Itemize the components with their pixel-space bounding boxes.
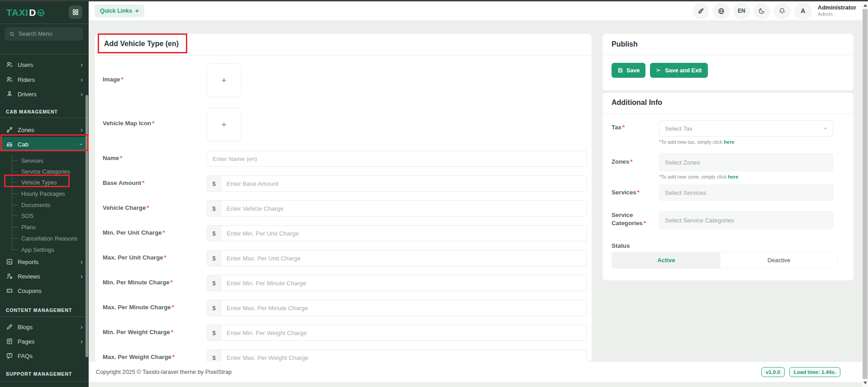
status-option-deactive[interactable]: Deactive xyxy=(721,252,837,268)
chevron-down-icon: › xyxy=(823,127,830,130)
avatar[interactable]: A xyxy=(794,2,812,20)
avatar-initial: A xyxy=(801,7,805,14)
field-label-tax: Tax* xyxy=(612,123,657,132)
chevron-right-icon: › xyxy=(81,61,83,68)
logo-text-primary: TAXI xyxy=(6,7,28,18)
cab-icon xyxy=(6,141,13,148)
sidebar-subitem-service-categories[interactable]: Service Categories xyxy=(0,166,89,177)
moon-icon xyxy=(758,7,765,14)
field-label-zones: Zones* xyxy=(612,158,657,166)
tax-helper-text: *To add new tax, simply click here xyxy=(659,139,734,145)
sidebar-scrollbar-thumb[interactable] xyxy=(85,95,88,357)
language-button[interactable]: EN xyxy=(733,3,750,19)
status-option-active[interactable]: Active xyxy=(612,252,721,268)
pages-icon xyxy=(6,338,13,345)
sidebar-item-zones[interactable]: Zones › xyxy=(0,123,89,137)
arrow-left-to-line-icon xyxy=(656,67,662,73)
sidebar-item-reports[interactable]: Reports › xyxy=(0,255,89,269)
section-title-content-management: CONTENT MANAGEMENT xyxy=(6,307,72,313)
sidebar-item-riders[interactable]: Riders › xyxy=(0,72,89,87)
customizer-button[interactable] xyxy=(693,3,709,19)
tax-select-placeholder: Select Tax xyxy=(665,125,693,132)
sidebar-subitem-documents[interactable]: Documents xyxy=(0,199,89,211)
field-label-base-amount: Base Amount* xyxy=(103,179,144,186)
sidebar-subitem-hourly-packages[interactable]: Hourly Packages xyxy=(0,188,89,199)
add-tax-link[interactable]: here xyxy=(724,139,734,145)
sidebar-item-label: Pages xyxy=(18,338,34,345)
scrollbar-thumb[interactable] xyxy=(863,9,868,379)
steering-wheel-icon xyxy=(37,9,45,17)
min-per-unit-charge-input[interactable] xyxy=(221,226,587,241)
scroll-down-arrow[interactable] xyxy=(863,382,867,384)
image-upload-box[interactable]: + xyxy=(207,63,241,97)
sidebar-item-cab[interactable]: Cab › xyxy=(0,137,89,151)
subitem-label: Plans xyxy=(21,224,36,231)
app-logo[interactable]: TAXID xyxy=(6,5,45,20)
max-per-minute-charge-input[interactable] xyxy=(221,300,587,316)
max-per-unit-charge-input[interactable] xyxy=(221,250,587,266)
zones-select[interactable]: Select Zones xyxy=(659,153,833,171)
add-zone-link[interactable]: here xyxy=(728,174,738,179)
save-and-exit-button[interactable]: Save and Exit xyxy=(650,63,707,78)
sidebar-divider xyxy=(0,381,89,382)
sidebar-subitem-app-settings[interactable]: App Settings xyxy=(0,244,89,255)
min-per-minute-charge-field: $ xyxy=(207,275,587,291)
sidebar-item-label: Coupons xyxy=(18,288,42,294)
reports-icon xyxy=(6,258,13,265)
sidebar-item-reviews[interactable]: Reviews › xyxy=(0,269,89,283)
sidebar-subitem-services[interactable]: Services xyxy=(0,155,89,166)
sidebar-subitem-vehicle-types[interactable]: Vehicle Types xyxy=(0,177,89,188)
service-categories-select[interactable]: Select Service Categories xyxy=(659,211,833,229)
status-toggle: Active Deactive xyxy=(612,252,838,269)
sidebar-item-pages[interactable]: Pages › xyxy=(0,334,89,349)
scroll-up-arrow[interactable] xyxy=(863,4,867,7)
field-label-service-categories: Service Categories* xyxy=(612,211,652,227)
copyright-text: Copyright 2025 © Taxido-laravel theme by… xyxy=(96,368,232,375)
zones-select-placeholder: Select Zones xyxy=(665,159,700,166)
sidebar-item-drivers[interactable]: Drivers › xyxy=(0,87,89,101)
max-per-weight-charge-input[interactable] xyxy=(221,350,587,362)
vehicle-charge-input[interactable] xyxy=(221,201,587,216)
chevron-right-icon: › xyxy=(81,127,83,133)
sidebar-subitem-cancellation-reasons[interactable]: Cancellation Reasons xyxy=(0,233,89,244)
name-input[interactable] xyxy=(207,151,587,166)
window-scrollbar[interactable] xyxy=(862,1,868,387)
min-per-minute-charge-input[interactable] xyxy=(221,275,587,291)
chevron-right-icon: › xyxy=(81,76,83,83)
sidebar-item-users[interactable]: Users › xyxy=(0,57,89,72)
language-code: EN xyxy=(738,8,745,14)
field-label-min-per-minute-charge: Min. Per Minute Charge* xyxy=(103,279,173,286)
sidebar-collapse-button[interactable] xyxy=(69,5,82,19)
sidebar-item-label: Reports xyxy=(18,259,38,265)
coupons-icon xyxy=(6,287,13,294)
sidebar-subitem-plans[interactable]: Plans xyxy=(0,222,89,233)
quick-links-button[interactable]: Quick Links + xyxy=(95,5,144,17)
vehicle-map-icon-upload-box[interactable]: + xyxy=(207,108,241,142)
services-select-placeholder: Select Services xyxy=(665,189,707,196)
sidebar-item-blogs[interactable]: Blogs › xyxy=(0,320,89,334)
card-divider xyxy=(95,55,592,56)
min-per-weight-charge-input[interactable] xyxy=(221,325,587,340)
field-label-max-per-unit-charge: Max. Per Unit Charge* xyxy=(103,254,166,261)
max-per-minute-charge-field: $ xyxy=(207,300,587,316)
dark-mode-button[interactable] xyxy=(754,3,770,19)
min-per-weight-charge-field: $ xyxy=(207,325,587,341)
services-select[interactable]: Select Services xyxy=(659,184,833,201)
card-divider xyxy=(602,55,854,55)
sidebar-item-faqs[interactable]: FAQs xyxy=(0,349,89,363)
search-placeholder: Search Menu xyxy=(19,31,52,37)
status-active-label: Active xyxy=(657,257,675,264)
sidebar-subitem-sos[interactable]: SOS xyxy=(0,210,89,222)
tax-select[interactable]: Select Tax › xyxy=(659,120,833,137)
language-globe-button[interactable] xyxy=(713,3,730,19)
subitem-label: Service Categories xyxy=(21,168,70,175)
base-amount-input[interactable] xyxy=(221,176,587,191)
plus-icon: + xyxy=(221,120,226,130)
subitem-label: Hourly Packages xyxy=(21,190,65,197)
sidebar-search[interactable]: Search Menu xyxy=(5,27,83,41)
name-field xyxy=(207,151,587,167)
user-menu[interactable]: Administrator Admin xyxy=(818,4,856,17)
save-button[interactable]: Save xyxy=(612,63,645,78)
notifications-button[interactable] xyxy=(774,3,791,19)
sidebar-item-coupons[interactable]: Coupons xyxy=(0,283,89,298)
